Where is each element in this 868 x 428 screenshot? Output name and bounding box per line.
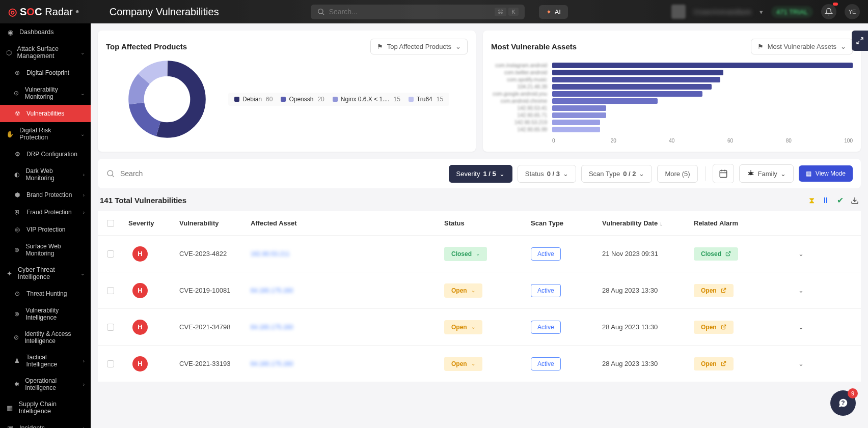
bar-row: com.instagram.android	[491, 63, 853, 68]
global-search-input[interactable]	[329, 8, 493, 16]
download-icon[interactable]	[851, 196, 859, 205]
bar-row: 142.90.53.41	[491, 105, 853, 111]
kbd-k: K	[508, 8, 518, 16]
expand-row[interactable]: ⌄	[785, 360, 816, 367]
alarm-chip[interactable]: Closed	[694, 247, 738, 261]
cve-cell[interactable]: CVE-2019-10081	[179, 287, 251, 294]
sidebar-item-vulnerabilities[interactable]: ☢Vulnerabilities	[0, 105, 91, 122]
sidebar-item-dashboards[interactable]: ◉Dashboards	[0, 23, 91, 41]
alarm-chip[interactable]: Open	[694, 284, 734, 297]
select-all-checkbox[interactable]	[107, 220, 114, 227]
expand-row[interactable]: ⌄	[785, 323, 816, 331]
cve-cell[interactable]: CVE-2021-33193	[179, 360, 251, 367]
bar-row: 142.90.53.219	[491, 120, 853, 125]
sidebar-item-digital-footprint[interactable]: ⊕Digital Footprint	[0, 64, 91, 81]
sidebar-item-supply-chain-intelligence[interactable]: ▦Supply Chain Intelligence	[0, 396, 91, 419]
filter-severity[interactable]: Severity 1 / 5 ⌄	[449, 165, 512, 183]
cve-cell[interactable]: CVE-2023-4822	[179, 250, 251, 258]
table-search[interactable]	[106, 169, 444, 178]
row-checkbox[interactable]	[107, 324, 114, 331]
nav-icon: ⊛	[13, 246, 20, 254]
nav-label: Fraud Protection	[26, 209, 72, 216]
asset-cell[interactable]: 64.180.175.160	[251, 360, 293, 367]
sidebar-item-surface-web-monitoring[interactable]: ⊛Surface Web Monitoring	[0, 238, 91, 262]
pause-icon[interactable]: ⏸	[822, 196, 830, 205]
asset-cell[interactable]: 64.180.175.160	[251, 287, 293, 294]
sidebar-item-incidents[interactable]: ▣Incidents›	[0, 419, 91, 428]
asset-cell[interactable]: 64.180.175.160	[251, 324, 293, 331]
chevron-icon: ›	[83, 210, 85, 215]
legend-item: Debian 60	[234, 96, 273, 103]
expand-fab[interactable]	[852, 31, 868, 51]
nav-label: Vulnerabilities	[26, 110, 64, 117]
sidebar-item-drp-configuration[interactable]: ⚙DRP Configuration	[0, 146, 91, 163]
nav-label: Attack Surface Management	[17, 45, 75, 60]
row-checkbox[interactable]	[107, 287, 114, 294]
nav-label: Tactical Intelligence	[26, 354, 78, 368]
nav-icon: ▣	[6, 424, 14, 428]
col-status[interactable]: Status	[444, 219, 531, 227]
sidebar-item-threat-hunting[interactable]: ⊙Threat Hunting	[0, 285, 91, 302]
nav-icon: ⛨	[13, 208, 21, 216]
col-date[interactable]: Vulnerability Date ↓	[602, 219, 694, 227]
company-name[interactable]: CrownAnimalsBank	[694, 8, 751, 16]
col-vulnerability[interactable]: Vulnerability	[179, 219, 251, 227]
status-chip[interactable]: Open ⌄	[444, 320, 482, 334]
sidebar-item-operational-intelligence[interactable]: ✱Operational Intelligence›	[0, 373, 91, 396]
col-severity[interactable]: Severity	[128, 219, 179, 227]
nav-label: Incidents	[19, 424, 45, 428]
chevron-icon: ›	[83, 382, 85, 387]
card1-dropdown[interactable]: ⚑ Top Affected Products ⌄	[370, 39, 468, 54]
check-icon[interactable]: ✔	[837, 195, 844, 205]
nav-icon: ⊕	[13, 69, 21, 77]
col-asset[interactable]: Affected Asset	[251, 219, 444, 227]
sidebar-item-fraud-protection[interactable]: ⛨Fraud Protection›	[0, 204, 91, 221]
sidebar-item-brand-protection[interactable]: ⬢Brand Protection›	[0, 186, 91, 204]
filter-status[interactable]: Status 0 / 3 ⌄	[518, 165, 576, 183]
notifications-button[interactable]	[821, 4, 836, 19]
alarm-chip[interactable]: Open	[694, 321, 734, 334]
global-search[interactable]: ⌘ K	[311, 5, 525, 19]
nav-icon: ✦	[6, 269, 13, 277]
svg-line-16	[752, 172, 753, 173]
sidebar-item-identity-access-intelligence[interactable]: ⊘Identity & Access Intelligence	[0, 326, 91, 349]
sidebar-item-vulnerability-intelligence[interactable]: ⊗Vulnerability Intelligence	[0, 302, 91, 326]
status-chip[interactable]: Open ⌄	[444, 283, 482, 298]
row-checkbox[interactable]	[107, 360, 114, 367]
sidebar-item-vip-protection[interactable]: ◎VIP Protection	[0, 221, 91, 238]
sidebar-item-attack-surface-management[interactable]: ⬡Attack Surface Management⌄	[0, 41, 91, 64]
row-checkbox[interactable]	[107, 250, 114, 258]
asset-cell[interactable]: 162.80.53.211	[251, 250, 290, 258]
bar-row: com.twitter.android	[491, 70, 853, 75]
cve-cell[interactable]: CVE-2021-34798	[179, 323, 251, 331]
company-avatar[interactable]	[671, 5, 686, 19]
filter-family[interactable]: Family ⌄	[739, 164, 794, 183]
sidebar-item-tactical-intelligence[interactable]: ♟Tactical Intelligence›	[0, 349, 91, 373]
ai-button[interactable]: ✦AI	[539, 5, 568, 19]
col-scantype[interactable]: Scan Type	[531, 219, 602, 227]
filter-scantype-val: 0 / 2	[623, 170, 636, 178]
topbar: ◎SOCRadar® Company Vulnerabilities ⌘ K ✦…	[0, 0, 868, 23]
sidebar-item-vulnerability-monitoring[interactable]: ⊙Vulnerability Monitoring⌄	[0, 81, 91, 105]
grid-icon: ▦	[806, 170, 811, 177]
filter-scantype[interactable]: Scan Type 0 / 2 ⌄	[581, 165, 653, 183]
logo[interactable]: ◎SOCRadar®	[8, 6, 79, 18]
sidebar-item-digital-risk-protection[interactable]: ✋Digital Risk Protection⌄	[0, 122, 91, 146]
hourglass-icon[interactable]: ⧗	[809, 196, 815, 205]
chat-fab[interactable]: ? 9	[830, 390, 856, 416]
nav-label: Threat Hunting	[26, 290, 67, 297]
sidebar-item-dark-web-monitoring[interactable]: ◐Dark Web Monitoring›	[0, 163, 91, 186]
sidebar-item-cyber-threat-intelligence[interactable]: ✦Cyber Threat Intelligence⌄	[0, 262, 91, 285]
filter-more[interactable]: More (5)	[657, 165, 697, 183]
expand-row[interactable]: ⌄	[785, 287, 816, 294]
user-avatar[interactable]: YE	[845, 4, 860, 19]
date-picker-button[interactable]	[713, 164, 734, 183]
status-chip[interactable]: Open ⌄	[444, 357, 482, 371]
table-search-input[interactable]	[120, 169, 222, 178]
view-mode-button[interactable]: ▦ View Mode	[799, 165, 853, 182]
status-chip[interactable]: Closed ⌄	[444, 247, 487, 261]
alarm-chip[interactable]: Open	[694, 357, 734, 370]
col-alarm[interactable]: Related Alarm	[694, 219, 785, 227]
card2-dropdown[interactable]: ⚑ Most Vulnerable Assets ⌄	[751, 39, 853, 54]
expand-row[interactable]: ⌄	[785, 250, 816, 258]
